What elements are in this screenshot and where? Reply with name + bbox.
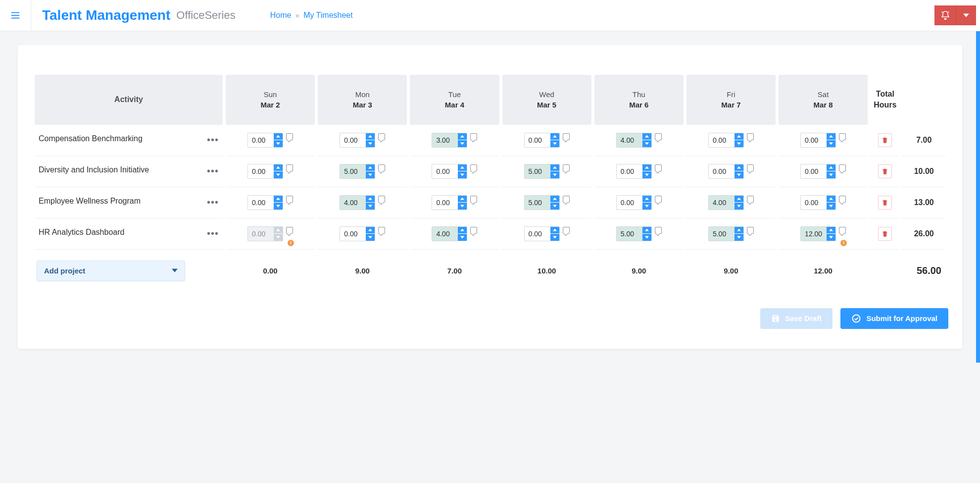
hour-spinner[interactable]: 0.00 <box>616 195 652 210</box>
note-icon[interactable] <box>286 196 293 203</box>
spinner-up[interactable] <box>458 227 467 234</box>
row-menu-button[interactable]: ••• <box>207 197 219 208</box>
spinner-up[interactable] <box>366 164 375 171</box>
spinner-down[interactable] <box>366 234 375 241</box>
note-icon[interactable] <box>563 227 570 234</box>
spinner-down[interactable] <box>642 140 651 147</box>
note-icon[interactable] <box>747 133 754 140</box>
delete-row-button[interactable] <box>878 227 892 241</box>
hour-spinner[interactable]: 0.00 <box>524 226 560 241</box>
spinner-down[interactable] <box>735 171 743 178</box>
spinner-up[interactable] <box>366 227 375 234</box>
note-icon[interactable] <box>378 196 385 203</box>
spinner-up[interactable] <box>550 133 559 140</box>
spinner-up[interactable] <box>550 227 559 234</box>
submit-approval-button[interactable]: Submit for Approval <box>840 308 948 329</box>
alerts-button[interactable] <box>934 5 956 25</box>
note-icon[interactable] <box>563 164 570 171</box>
spinner-up[interactable] <box>642 227 651 234</box>
spinner-up[interactable] <box>458 196 467 203</box>
spinner-down[interactable] <box>735 140 743 147</box>
spinner-down[interactable] <box>550 171 559 178</box>
note-icon[interactable] <box>655 227 662 234</box>
spinner-down[interactable] <box>366 171 375 178</box>
spinner-up[interactable] <box>735 227 743 234</box>
note-icon[interactable] <box>378 133 385 140</box>
spinner-down[interactable] <box>458 203 467 210</box>
row-menu-button[interactable]: ••• <box>207 165 219 177</box>
spinner-down[interactable] <box>458 171 467 178</box>
note-icon[interactable] <box>378 227 385 234</box>
spinner-up[interactable] <box>550 196 559 203</box>
spinner-down[interactable] <box>458 140 467 147</box>
note-icon[interactable] <box>470 133 477 140</box>
spinner-down[interactable] <box>827 203 835 210</box>
note-icon[interactable] <box>747 227 754 234</box>
spinner-down[interactable] <box>735 203 743 210</box>
spinner-up[interactable] <box>642 164 651 171</box>
alerts-dropdown[interactable] <box>956 5 976 25</box>
note-icon[interactable] <box>563 133 570 140</box>
hour-spinner[interactable]: 12.00 <box>800 226 836 241</box>
spinner-up[interactable] <box>735 133 743 140</box>
note-icon[interactable] <box>655 196 662 203</box>
row-menu-button[interactable]: ••• <box>207 228 219 239</box>
spinner-up[interactable] <box>274 133 283 140</box>
hour-spinner[interactable]: 4.00 <box>432 226 467 241</box>
spinner-down[interactable] <box>642 171 651 178</box>
hour-spinner[interactable]: 3.00 <box>432 133 467 148</box>
hour-spinner[interactable]: 0.00 <box>340 226 375 241</box>
hour-spinner[interactable]: 0.00 <box>524 133 560 148</box>
hour-spinner[interactable]: 0.00 <box>616 164 652 179</box>
spinner-up[interactable] <box>827 133 835 140</box>
hour-spinner[interactable]: 5.00 <box>524 164 560 179</box>
hour-spinner[interactable]: 4.00 <box>340 195 375 210</box>
delete-row-button[interactable] <box>878 133 892 147</box>
spinner-up[interactable] <box>827 227 835 234</box>
spinner-down[interactable] <box>550 140 559 147</box>
spinner-down[interactable] <box>550 234 559 241</box>
note-icon[interactable] <box>655 164 662 171</box>
hour-spinner[interactable]: 0.00 <box>247 195 283 210</box>
hour-spinner[interactable]: 0.00 <box>800 164 836 179</box>
spinner-up[interactable] <box>642 133 651 140</box>
row-menu-button[interactable]: ••• <box>207 134 219 146</box>
note-icon[interactable] <box>286 133 293 140</box>
note-icon[interactable] <box>839 164 846 171</box>
spinner-up[interactable] <box>642 196 651 203</box>
hour-spinner[interactable]: 4.00 <box>616 133 652 148</box>
spinner-up[interactable] <box>366 133 375 140</box>
delete-row-button[interactable] <box>878 196 892 210</box>
hour-spinner[interactable]: 0.00 <box>340 133 375 148</box>
spinner-down[interactable] <box>274 171 283 178</box>
spinner-up[interactable] <box>366 196 375 203</box>
hour-spinner[interactable]: 5.00 <box>616 226 652 241</box>
note-icon[interactable] <box>839 227 846 234</box>
spinner-down[interactable] <box>274 140 283 147</box>
note-icon[interactable] <box>286 164 293 171</box>
note-icon[interactable] <box>839 133 846 140</box>
hour-spinner[interactable]: 0.00 <box>247 164 283 179</box>
hour-spinner[interactable]: 0.00 <box>432 164 467 179</box>
spinner-down[interactable] <box>458 234 467 241</box>
spinner-up[interactable] <box>827 196 835 203</box>
spinner-down[interactable] <box>735 234 743 241</box>
note-icon[interactable] <box>747 196 754 203</box>
spinner-up[interactable] <box>827 164 835 171</box>
note-icon[interactable] <box>747 164 754 171</box>
spinner-up[interactable] <box>274 196 283 203</box>
spinner-down[interactable] <box>366 203 375 210</box>
note-icon[interactable] <box>470 227 477 234</box>
add-project-dropdown[interactable]: Add project <box>37 261 185 281</box>
spinner-down[interactable] <box>550 203 559 210</box>
hour-spinner[interactable]: 5.00 <box>708 226 744 241</box>
spinner-up[interactable] <box>274 164 283 171</box>
note-icon[interactable] <box>470 196 477 203</box>
hour-spinner[interactable]: 5.00 <box>340 164 375 179</box>
breadcrumb-home[interactable]: Home <box>270 11 292 19</box>
hour-spinner[interactable]: 5.00 <box>524 195 560 210</box>
spinner-up[interactable] <box>735 164 743 171</box>
delete-row-button[interactable] <box>878 164 892 178</box>
hour-spinner[interactable]: 0.00 <box>708 164 744 179</box>
spinner-down[interactable] <box>642 203 651 210</box>
